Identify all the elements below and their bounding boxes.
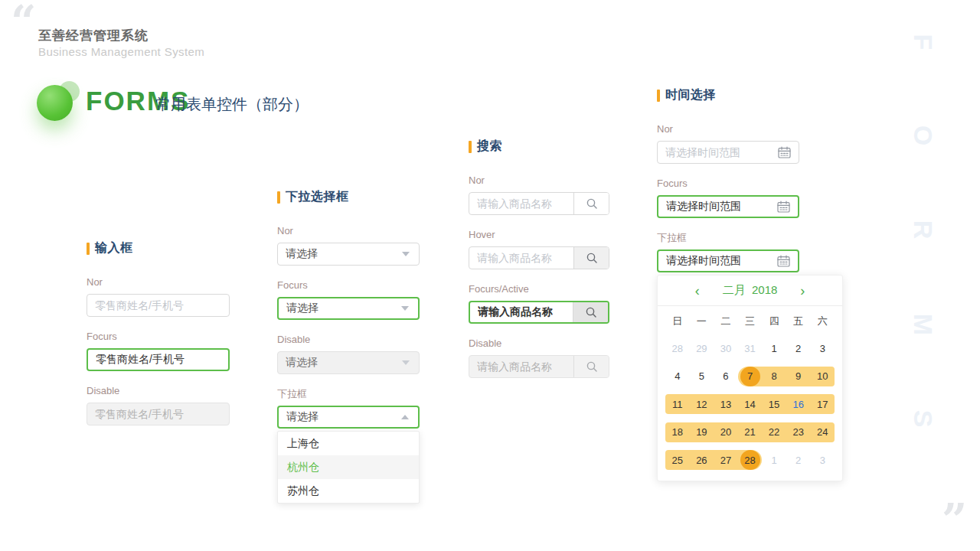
calendar-day[interactable]: 25 (665, 450, 690, 470)
section-search-title: 搜索 (477, 139, 502, 155)
daterange-input[interactable] (665, 146, 778, 158)
weekday-label: 日 (665, 315, 690, 328)
search-button[interactable] (573, 193, 609, 214)
daterange-focus (657, 195, 799, 218)
calendar-day[interactable]: 21 (738, 422, 763, 442)
calendar-day[interactable]: 19 (690, 422, 714, 442)
search-input[interactable] (469, 193, 573, 214)
calendar-day[interactable]: 17 (810, 394, 835, 414)
watermark-letter-s: S (906, 402, 940, 435)
state-label: Focurs (87, 331, 230, 342)
calendar-day[interactable]: 30 (714, 338, 738, 358)
calendar-day[interactable]: 3 (810, 450, 835, 470)
next-month-button[interactable]: › (800, 284, 805, 298)
calendar-day-number: 24 (817, 426, 828, 438)
select-open[interactable]: 请选择 (277, 406, 420, 429)
select-focus[interactable]: 请选择 (277, 297, 420, 320)
section-select-header: 下拉选择框 (277, 191, 420, 204)
select-normal[interactable]: 请选择 (277, 243, 420, 266)
calendar-day[interactable]: 4 (665, 367, 690, 386)
search-button[interactable] (573, 302, 608, 322)
open-quote-mark: “ (11, 0, 36, 44)
calendar-day[interactable]: 28 (738, 450, 763, 470)
daterange-input[interactable] (666, 255, 777, 267)
state-label: 下拉框 (277, 388, 420, 399)
calendar-day-number: 15 (769, 399, 779, 410)
state-label: 下拉框 (657, 232, 799, 243)
calendar-day[interactable]: 26 (690, 450, 714, 470)
daterange-open (657, 249, 799, 272)
daterange-input[interactable] (666, 201, 777, 213)
calendar-day-number: 27 (720, 455, 731, 466)
calendar-day[interactable]: 23 (786, 422, 811, 442)
calendar-day[interactable]: 22 (762, 422, 786, 442)
calendar-day[interactable]: 8 (762, 367, 786, 386)
calendar-day[interactable]: 14 (738, 394, 763, 414)
calendar-day[interactable]: 10 (810, 367, 835, 386)
prev-month-button[interactable]: ‹ (695, 284, 700, 298)
calendar-day[interactable]: 27 (714, 450, 738, 470)
search-button[interactable] (573, 247, 609, 269)
calendar-day[interactable]: 9 (786, 367, 811, 386)
calendar-day-number: 29 (696, 343, 707, 354)
dropdown-option-suzhou[interactable]: 苏州仓 (278, 479, 419, 503)
calendar-month-year: 二月 2018 (723, 283, 778, 298)
calendar-day[interactable]: 12 (690, 394, 714, 414)
calendar-day[interactable]: 13 (714, 394, 738, 414)
calendar-day[interactable]: 15 (762, 394, 786, 414)
calendar-day-number: 7 (740, 367, 760, 386)
calendar-day[interactable]: 31 (738, 338, 763, 358)
search-input[interactable] (469, 247, 573, 269)
calendar-day[interactable]: 18 (665, 422, 690, 442)
state-label: Nor (87, 276, 230, 288)
calendar-day[interactable]: 1 (762, 450, 786, 470)
calendar-day-number: 11 (672, 399, 683, 410)
calendar-day[interactable]: 2 (786, 338, 811, 358)
calendar-day[interactable]: 20 (714, 422, 738, 442)
calendar-day-number: 4 (675, 370, 680, 382)
watermark-letter-f: F (906, 25, 940, 59)
system-title-cn: 至善经营管理系统 (38, 27, 149, 44)
search-icon (586, 197, 598, 210)
retailer-input-focus[interactable] (87, 348, 230, 371)
calendar-header: ‹ 二月 2018 › (658, 276, 842, 306)
retailer-input-disabled (87, 403, 230, 425)
calendar-day-number: 5 (699, 370, 704, 382)
calendar-day[interactable]: 7 (738, 367, 763, 386)
search-input[interactable] (470, 302, 573, 322)
dropdown-option-shanghai[interactable]: 上海仓 (278, 432, 419, 455)
chevron-down-icon (402, 360, 410, 365)
weekday-label: 二 (714, 315, 738, 328)
select-value: 请选择 (286, 247, 318, 261)
calendar-day-number: 17 (817, 399, 828, 410)
calendar-panel: ‹ 二月 2018 › 日 一 二 三 四 五 六 28293031123456… (657, 275, 843, 481)
calendar-day[interactable]: 1 (762, 338, 786, 358)
calendar-day[interactable]: 29 (690, 338, 714, 358)
calendar-day[interactable]: 6 (714, 367, 738, 386)
calendar-icon (778, 146, 791, 158)
calendar-day-number: 21 (744, 426, 755, 438)
calendar-day-number: 3 (820, 343, 825, 354)
calendar-day[interactable]: 28 (665, 338, 690, 358)
dropdown-menu: 上海仓 杭州仓 苏州仓 (277, 431, 420, 504)
select-disabled: 请选择 (277, 351, 420, 374)
calendar-week-row: 18192021222324 (665, 419, 835, 447)
calendar-day[interactable]: 16 (786, 394, 811, 414)
calendar-day[interactable]: 5 (690, 367, 714, 386)
state-label: Nor (657, 123, 799, 135)
retailer-input-normal[interactable] (87, 294, 230, 317)
calendar-day-number: 30 (720, 343, 731, 354)
calendar-day[interactable]: 2 (786, 450, 811, 470)
calendar-day[interactable]: 3 (810, 338, 835, 358)
state-label: Disable (469, 337, 609, 349)
dropdown-option-hangzhou[interactable]: 杭州仓 (278, 455, 419, 479)
calendar-day[interactable]: 24 (810, 422, 835, 442)
section-datepicker-header: 时间选择 (657, 89, 799, 102)
state-label: Nor (469, 174, 609, 186)
calendar-weekdays: 日 一 二 三 四 五 六 (665, 308, 835, 334)
calendar-day[interactable]: 11 (665, 394, 690, 414)
calendar-day-number: 28 (672, 343, 683, 354)
state-label: Focurs/Active (469, 283, 609, 295)
accent-bar (469, 141, 472, 153)
search-input (469, 356, 573, 377)
